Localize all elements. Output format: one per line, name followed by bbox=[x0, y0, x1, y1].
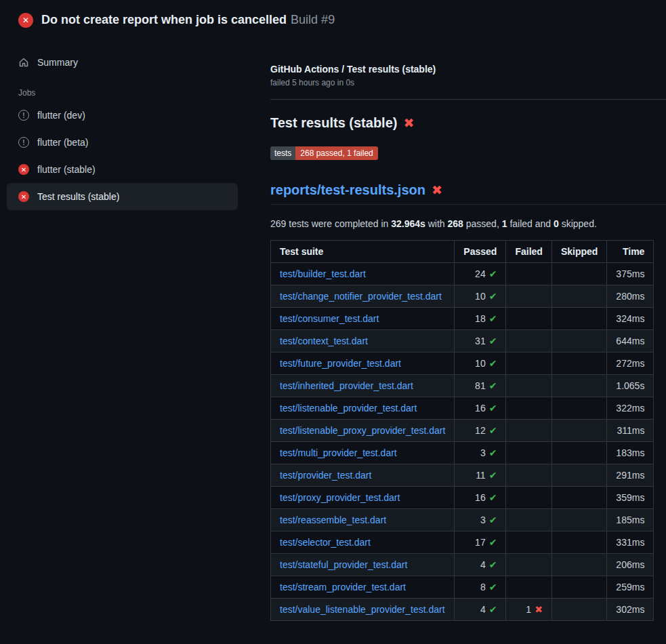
test-suite-link[interactable]: test/context_test.dart bbox=[280, 336, 368, 346]
table-row: test/multi_provider_test.dart3✔183ms bbox=[271, 442, 654, 464]
sidebar-item-job[interactable]: ✕Test results (stable) bbox=[7, 183, 238, 210]
skipped-count-cell bbox=[551, 285, 606, 308]
test-suite-link[interactable]: test/stateful_provider_test.dart bbox=[280, 559, 407, 570]
table-row: test/listenable_provider_test.dart16✔322… bbox=[271, 397, 654, 420]
test-time-cell: 1.065s bbox=[607, 375, 654, 397]
check-icon: ✔ bbox=[489, 380, 497, 391]
failed-status-icon: ✕ bbox=[18, 164, 29, 175]
test-suite-cell: test/change_notifier_provider_test.dart bbox=[271, 285, 455, 308]
failed-count-cell bbox=[506, 509, 551, 531]
test-suite-link[interactable]: test/listenable_proxy_provider_test.dart bbox=[280, 425, 445, 436]
check-icon: ✔ bbox=[489, 537, 497, 548]
test-suite-link[interactable]: test/multi_provider_test.dart bbox=[280, 447, 397, 458]
sidebar-item-job[interactable]: !flutter (beta) bbox=[7, 129, 238, 156]
passed-count: 8 bbox=[480, 582, 486, 592]
failed-count-cell bbox=[506, 420, 551, 442]
cross-mark-icon: ✖ bbox=[432, 182, 442, 198]
test-time-cell: 272ms bbox=[607, 353, 654, 375]
passed-count: 4 bbox=[480, 559, 486, 570]
passed-count-cell: 81✔ bbox=[455, 375, 506, 397]
sidebar-item-label: flutter (stable) bbox=[37, 164, 96, 175]
skipped-count-cell bbox=[551, 487, 606, 509]
failed-count-cell bbox=[506, 531, 551, 554]
sidebar-item-label: flutter (dev) bbox=[37, 110, 85, 121]
passed-count: 81 bbox=[475, 380, 486, 391]
summary-text: passed, bbox=[463, 218, 502, 229]
passed-count: 24 bbox=[475, 268, 486, 279]
jobs-section-label: Jobs bbox=[7, 88, 238, 98]
summary-text: failed and bbox=[507, 218, 554, 229]
test-suite-cell: test/selector_test.dart bbox=[271, 531, 455, 554]
test-time-cell: 359ms bbox=[607, 487, 654, 509]
test-suite-link[interactable]: test/value_listenable_provider_test.dart bbox=[280, 604, 445, 615]
skipped-count-cell bbox=[551, 263, 606, 285]
passed-count: 3 bbox=[480, 447, 486, 458]
breadcrumb: GitHub Actions / Test results (stable) bbox=[270, 64, 666, 75]
test-suite-cell: test/context_test.dart bbox=[271, 330, 455, 353]
sidebar-item-job[interactable]: ✕flutter (stable) bbox=[7, 156, 238, 183]
passed-count: 17 bbox=[475, 537, 486, 548]
test-suite-link[interactable]: test/reassemble_test.dart bbox=[280, 515, 386, 525]
neutral-status-icon: ! bbox=[18, 110, 29, 121]
sidebar-item-summary[interactable]: Summary bbox=[7, 49, 238, 76]
check-icon: ✔ bbox=[489, 492, 497, 503]
main-content: GitHub Actions / Test results (stable) f… bbox=[264, 38, 666, 621]
test-suite-link[interactable]: test/provider_test.dart bbox=[280, 470, 371, 481]
test-suite-link[interactable]: test/stream_provider_test.dart bbox=[280, 582, 406, 592]
table-row: test/consumer_test.dart18✔324ms bbox=[271, 308, 654, 330]
skipped-count-cell bbox=[551, 509, 606, 531]
test-suite-link[interactable]: test/listenable_provider_test.dart bbox=[280, 403, 417, 414]
table-row: test/listenable_proxy_provider_test.dart… bbox=[271, 420, 654, 442]
test-suite-link[interactable]: test/consumer_test.dart bbox=[280, 313, 379, 324]
run-status-line: failed 5 hours ago in 0s bbox=[270, 78, 666, 87]
skipped-count-cell bbox=[551, 599, 606, 621]
table-row: test/context_test.dart31✔644ms bbox=[271, 330, 654, 353]
test-time-cell: 291ms bbox=[607, 464, 654, 487]
badge-value: 268 passed, 1 failed bbox=[295, 146, 377, 160]
test-suite-link[interactable]: test/proxy_provider_test.dart bbox=[280, 492, 400, 503]
passed-count-cell: 16✔ bbox=[455, 397, 506, 420]
check-icon: ✔ bbox=[489, 358, 497, 369]
table-row: test/stream_provider_test.dart8✔259ms bbox=[271, 576, 654, 599]
test-suite-link[interactable]: test/selector_test.dart bbox=[280, 537, 371, 548]
check-title: Test results (stable) ✖ bbox=[270, 115, 666, 131]
badge-label: tests bbox=[270, 146, 295, 160]
cross-mark-icon: ✖ bbox=[403, 115, 414, 131]
passed-count-cell: 8✔ bbox=[455, 576, 506, 599]
test-time-cell: 185ms bbox=[607, 509, 654, 531]
test-suite-cell: test/stateful_provider_test.dart bbox=[271, 554, 455, 576]
check-icon: ✔ bbox=[489, 291, 497, 302]
cross-icon: ✖ bbox=[535, 604, 543, 615]
column-header: Skipped bbox=[551, 241, 606, 263]
passed-count-cell: 4✔ bbox=[455, 554, 506, 576]
failed-count-cell: 1✖ bbox=[506, 599, 551, 621]
test-suite-link[interactable]: test/future_provider_test.dart bbox=[280, 358, 401, 369]
test-suite-link[interactable]: test/change_notifier_provider_test.dart bbox=[280, 291, 442, 302]
passed-count-cell: 24✔ bbox=[455, 263, 506, 285]
skipped-total: 0 bbox=[554, 218, 559, 229]
test-suite-cell: test/proxy_provider_test.dart bbox=[271, 487, 455, 509]
skipped-count-cell bbox=[551, 464, 606, 487]
column-header: Time bbox=[607, 241, 654, 263]
table-row: test/proxy_provider_test.dart16✔359ms bbox=[271, 487, 654, 509]
failed-total: 1 bbox=[502, 218, 507, 229]
test-time-cell: 644ms bbox=[607, 330, 654, 353]
sidebar-item-job[interactable]: !flutter (dev) bbox=[7, 102, 238, 129]
tests-badge: tests 268 passed, 1 failed bbox=[270, 146, 378, 160]
test-results-table: Test suitePassedFailedSkippedTime test/b… bbox=[270, 240, 654, 621]
report-link[interactable]: reports/test-results.json bbox=[270, 182, 425, 198]
table-row: test/future_provider_test.dart10✔272ms bbox=[271, 353, 654, 375]
test-suite-cell: test/listenable_proxy_provider_test.dart bbox=[271, 420, 455, 442]
test-time-cell: 311ms bbox=[607, 420, 654, 442]
build-number: Build #9 bbox=[291, 13, 335, 26]
test-suite-link[interactable]: test/builder_test.dart bbox=[280, 268, 366, 279]
failed-count-cell bbox=[506, 576, 551, 599]
test-time-cell: 206ms bbox=[607, 554, 654, 576]
failed-count-cell bbox=[506, 308, 551, 330]
check-icon: ✔ bbox=[489, 470, 497, 481]
test-time-cell: 259ms bbox=[607, 576, 654, 599]
failed-status-icon: ✕ bbox=[18, 13, 33, 28]
passed-count-cell: 3✔ bbox=[455, 509, 506, 531]
passed-count-cell: 10✔ bbox=[455, 353, 506, 375]
test-suite-link[interactable]: test/inherited_provider_test.dart bbox=[280, 380, 413, 391]
